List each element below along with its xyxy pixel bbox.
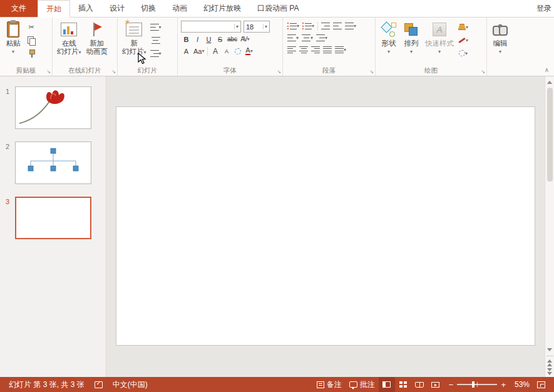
convert-smartart-icon — [316, 34, 325, 41]
convert-smartart-button[interactable] — [315, 33, 329, 43]
change-case-button[interactable]: Aa — [192, 46, 205, 56]
double-arrow-up-icon — [547, 359, 552, 363]
copy-button[interactable] — [25, 34, 38, 46]
tab-design[interactable]: 设计 — [101, 0, 133, 17]
shapes-button[interactable]: 形状 — [377, 19, 400, 57]
character-spacing-button[interactable]: AV — [239, 34, 250, 44]
tab-animations[interactable]: 动画 — [164, 0, 195, 17]
previous-slide-button[interactable] — [546, 358, 554, 367]
text-direction-button[interactable] — [286, 33, 300, 43]
paste-button[interactable]: 粘贴 — [2, 19, 24, 57]
zoom-slider[interactable] — [457, 384, 497, 385]
tab-insert[interactable]: 插入 — [70, 0, 101, 17]
shape-fill-button[interactable] — [457, 21, 469, 33]
slide-counter[interactable]: 幻灯片 第 3 张, 共 3 张 — [5, 377, 88, 392]
tab-slideshow[interactable]: 幻灯片放映 — [195, 0, 249, 17]
font-size-select[interactable]: 18 — [244, 21, 270, 33]
slide-sorter-icon — [399, 381, 407, 388]
shape-effects-button[interactable] — [457, 48, 469, 59]
tab-transitions[interactable]: 切换 — [133, 0, 164, 17]
align-left-button[interactable] — [286, 44, 297, 55]
scroll-up-button[interactable] — [546, 78, 554, 86]
vertical-scrollbar[interactable] — [545, 76, 554, 377]
format-painter-button[interactable] — [25, 48, 38, 59]
tulip-image — [16, 87, 91, 127]
arrange-button[interactable]: 排列 — [400, 19, 423, 57]
clear-formatting-button[interactable] — [232, 46, 243, 56]
edit-button[interactable]: 编辑 — [489, 19, 511, 57]
scroll-down-button[interactable] — [546, 345, 554, 354]
columns-button[interactable] — [334, 44, 347, 55]
increase-font-size-button[interactable]: A — [210, 46, 220, 56]
selected-slide-thumbnail[interactable] — [15, 197, 91, 239]
drawing-dialog-launcher-icon[interactable]: ↘ — [481, 70, 485, 75]
justify-button[interactable] — [322, 44, 333, 55]
font-color-button[interactable]: A — [244, 46, 254, 56]
underline-button[interactable]: U — [203, 34, 214, 44]
shape-outline-icon — [458, 37, 466, 43]
slide-thumbnail-1[interactable]: 1 — [0, 86, 106, 129]
layout-button[interactable] — [150, 21, 162, 33]
normal-view-icon — [382, 381, 391, 388]
notes-toggle-button[interactable]: 备注 — [313, 377, 346, 392]
decrease-indent-button[interactable] — [320, 21, 331, 31]
zoom-slider-thumb[interactable] — [472, 381, 474, 388]
bold-button[interactable]: B — [181, 34, 192, 44]
align-text-icon — [302, 34, 310, 41]
numbering-button[interactable] — [301, 21, 315, 31]
next-slide-button[interactable] — [546, 367, 554, 376]
new-animation-page-button[interactable]: 新加 动画页 — [84, 19, 111, 57]
comments-toggle-button[interactable]: 批注 — [346, 377, 379, 392]
slide-thumbnail-panel[interactable]: 1 2 — [0, 76, 106, 377]
reset-button[interactable] — [150, 34, 162, 46]
align-center-button[interactable] — [298, 44, 309, 55]
scrollbar-track[interactable] — [546, 86, 554, 345]
font-dialog-launcher-icon[interactable]: ↘ — [277, 70, 281, 75]
slide-thumbnail-2[interactable]: 2 — [0, 142, 106, 184]
zoom-in-button[interactable]: + — [501, 380, 506, 389]
section-button[interactable] — [150, 48, 162, 59]
quick-styles-button[interactable]: A 快速样式 — [423, 19, 456, 57]
tab-file[interactable]: 文件 — [0, 0, 38, 17]
layout-icon — [150, 24, 159, 31]
tab-pocket-animation[interactable]: 口袋动画 PA — [249, 0, 307, 17]
align-text-button[interactable] — [300, 33, 314, 43]
tab-home[interactable]: 开始 — [38, 0, 70, 18]
align-right-button[interactable] — [310, 44, 321, 55]
increase-indent-button[interactable] — [332, 21, 343, 31]
language-indicator[interactable]: 中文(中国) — [109, 377, 151, 392]
zoom-level-button[interactable]: 53% — [511, 377, 533, 392]
cut-button[interactable]: ✂ — [25, 21, 38, 33]
new-slide-icon — [125, 21, 143, 38]
strikethrough-button[interactable]: abc — [226, 34, 239, 44]
slide-canvas[interactable] — [116, 106, 535, 346]
slide-sorter-view-button[interactable] — [395, 377, 411, 392]
online-slides-dialog-launcher-icon[interactable]: ↘ — [111, 70, 116, 75]
bullets-button[interactable] — [286, 21, 300, 31]
slideshow-view-button[interactable] — [428, 377, 444, 392]
reading-view-button[interactable] — [411, 377, 428, 392]
fit-to-window-button[interactable] — [533, 377, 549, 392]
font-name-select[interactable] — [181, 21, 241, 33]
shadow-button[interactable]: S — [215, 34, 225, 44]
shape-outline-button[interactable] — [457, 34, 469, 46]
line-spacing-button[interactable] — [344, 21, 357, 31]
zoom-out-button[interactable]: − — [449, 380, 454, 389]
new-slide-button[interactable]: 新 幻灯片 — [120, 19, 149, 58]
org-chart-image — [16, 142, 91, 182]
normal-view-button[interactable] — [379, 377, 395, 392]
online-slides-button[interactable]: 在线 幻灯片 — [54, 19, 84, 58]
text-highlight-button[interactable]: A — [181, 46, 192, 56]
collapse-ribbon-button[interactable]: ∧ — [545, 66, 549, 73]
spell-check-button[interactable] — [91, 377, 106, 392]
decrease-indent-icon — [321, 23, 330, 29]
italic-button[interactable]: I — [192, 34, 203, 44]
decrease-font-size-button[interactable]: A — [221, 46, 232, 56]
scrollbar-thumb[interactable] — [547, 88, 553, 182]
clipboard-dialog-launcher-icon[interactable]: ↘ — [46, 70, 51, 75]
slide-number: 1 — [0, 86, 15, 129]
slide-thumbnail-3-selected[interactable]: 3 — [0, 197, 106, 239]
login-button[interactable]: 登录 — [534, 0, 554, 17]
columns-icon — [335, 46, 344, 53]
paragraph-dialog-launcher-icon[interactable]: ↘ — [369, 70, 374, 75]
